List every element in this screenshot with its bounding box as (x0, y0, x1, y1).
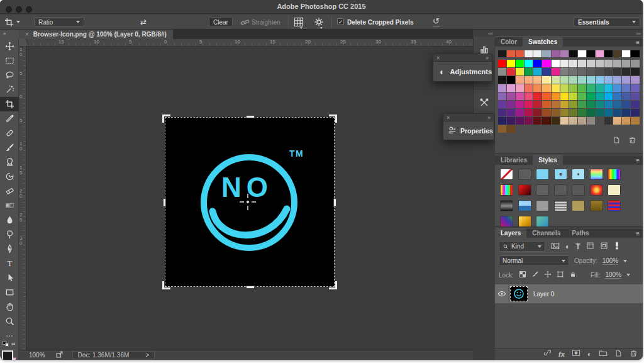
style-thumbnail[interactable] (590, 169, 603, 180)
color-swatch[interactable] (604, 117, 613, 125)
lock-position-icon[interactable] (544, 271, 552, 279)
swap-colors-icon[interactable]: ⇄ (11, 341, 16, 347)
style-thumbnail[interactable] (536, 200, 549, 211)
lock-transparency-icon[interactable] (519, 271, 526, 279)
color-swatch[interactable] (578, 84, 586, 92)
crop-handle-bottom-right[interactable] (329, 281, 337, 289)
color-swatch[interactable] (552, 84, 560, 92)
opacity-value[interactable]: 100% (602, 257, 619, 265)
color-swatch[interactable] (596, 60, 604, 67)
color-swatch[interactable] (569, 84, 577, 92)
tool-preset-caret[interactable] (16, 21, 20, 23)
color-swatch[interactable] (613, 92, 621, 100)
style-thumbnail[interactable] (500, 216, 513, 227)
color-swatch[interactable] (560, 92, 569, 100)
color-swatch[interactable] (587, 109, 595, 116)
color-swatch[interactable] (498, 68, 506, 75)
recent-swatch[interactable] (631, 50, 639, 57)
color-swatch[interactable] (507, 84, 515, 92)
style-thumbnail[interactable] (554, 184, 567, 196)
color-swatch[interactable] (542, 101, 550, 108)
color-swatch[interactable] (507, 101, 515, 108)
color-swatch[interactable] (516, 84, 524, 92)
delete-cropped-pixels-label[interactable]: Delete Cropped Pixels (347, 19, 414, 26)
color-swatch[interactable] (533, 92, 541, 100)
color-swatch[interactable] (578, 76, 586, 84)
color-swatch[interactable] (596, 76, 604, 84)
color-swatch[interactable] (542, 117, 550, 125)
color-swatch[interactable] (498, 60, 506, 67)
color-swatch[interactable] (569, 60, 577, 67)
recent-swatch[interactable] (569, 50, 577, 57)
collapse-dock-icon[interactable]: << (488, 31, 492, 36)
color-swatch[interactable] (578, 109, 586, 116)
color-swatch[interactable] (569, 68, 577, 75)
workspace-select[interactable]: Essentials (574, 17, 640, 27)
ruler-horizontal[interactable]: 151050510152025303540 (26, 39, 473, 47)
color-swatch[interactable] (596, 109, 604, 116)
color-swatch[interactable] (552, 117, 560, 125)
lock-all-icon[interactable] (569, 271, 577, 279)
lock-artboard-icon[interactable] (557, 271, 564, 279)
color-swatch[interactable] (560, 68, 569, 75)
color-swatch[interactable] (613, 68, 621, 75)
crop-handle-top-left[interactable] (162, 114, 170, 123)
color-swatch[interactable] (533, 60, 541, 67)
layer-thumbnail[interactable] (510, 286, 528, 301)
color-swatch[interactable] (525, 76, 533, 84)
tool-gradient[interactable] (0, 198, 19, 213)
tool-spot-healing-brush[interactable] (0, 126, 19, 140)
layer-filter-kind-select[interactable]: Kind (499, 241, 545, 252)
color-swatch[interactable] (516, 76, 524, 84)
tool-eyedropper[interactable] (0, 111, 19, 126)
crop-settings-gear-icon[interactable] (313, 16, 325, 28)
add-layer-mask-icon[interactable] (572, 349, 580, 360)
layer-visibility-eye-icon[interactable] (495, 284, 509, 303)
layer-row[interactable]: Layer 0 (495, 284, 643, 303)
color-swatch[interactable] (498, 84, 506, 92)
color-swatch[interactable] (498, 109, 506, 116)
tab-channels[interactable]: Channels (526, 228, 566, 238)
recent-swatch[interactable] (587, 50, 595, 57)
tool-rectangle-shape[interactable] (0, 285, 19, 299)
tool-brush[interactable] (0, 140, 19, 155)
recent-swatch[interactable] (578, 50, 586, 57)
color-swatch[interactable] (596, 68, 604, 75)
panel-menu-icon[interactable]: ≡ (636, 230, 640, 237)
color-swatch[interactable] (525, 68, 533, 75)
color-swatch[interactable] (498, 76, 506, 84)
style-thumbnail[interactable] (536, 169, 549, 180)
tools-panel-icon[interactable] (474, 89, 495, 116)
color-swatch[interactable] (542, 68, 550, 75)
color-swatch[interactable] (560, 101, 569, 108)
color-swatch[interactable] (569, 101, 577, 108)
color-swatch[interactable] (552, 76, 560, 84)
tool-pen[interactable] (0, 242, 19, 256)
crop-handle-top[interactable] (246, 115, 255, 118)
recent-swatch[interactable] (498, 50, 506, 57)
layer-name[interactable]: Layer 0 (533, 291, 554, 298)
crop-handle-right[interactable] (333, 198, 336, 207)
style-thumbnail[interactable] (572, 184, 585, 196)
tool-magic-wand[interactable] (0, 82, 19, 97)
new-adjustment-layer-icon[interactable]: ◐ (587, 350, 592, 359)
image-canvas[interactable]: NO TM (165, 117, 335, 287)
color-swatch[interactable] (552, 60, 560, 67)
ruler-vertical[interactable]: 1 05051 01 52 02 53 0 (19, 47, 26, 350)
color-swatch[interactable] (533, 68, 541, 75)
color-swatch[interactable] (596, 117, 604, 125)
color-swatch[interactable] (569, 76, 577, 84)
color-swatch[interactable] (587, 68, 595, 75)
color-swatch[interactable] (578, 92, 586, 100)
recent-swatch[interactable] (613, 50, 621, 57)
recent-swatch[interactable] (533, 50, 541, 57)
color-swatch[interactable] (622, 101, 630, 108)
layer-filter-toggle[interactable] (614, 241, 620, 252)
color-swatch[interactable] (631, 76, 639, 84)
color-swatch[interactable] (507, 125, 515, 133)
blend-mode-select[interactable]: Normal (499, 255, 569, 266)
tool-eraser[interactable] (0, 184, 19, 198)
style-thumbnail[interactable] (608, 200, 621, 211)
color-swatch[interactable] (542, 76, 550, 84)
color-swatch[interactable] (542, 84, 550, 92)
